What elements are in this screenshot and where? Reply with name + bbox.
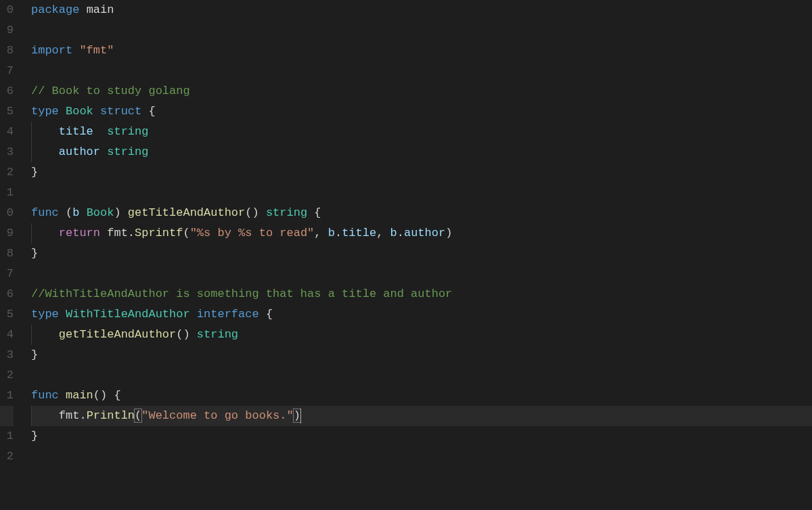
paren-close: ) xyxy=(114,206,120,219)
keyword-type: type xyxy=(31,308,59,321)
code-line[interactable] xyxy=(31,20,812,41)
code-line[interactable]: type WithTitleAndAuthor interface { xyxy=(31,304,812,325)
code-line[interactable] xyxy=(31,446,812,467)
dot: . xyxy=(397,227,404,239)
code-line[interactable] xyxy=(31,183,812,203)
brace-open: { xyxy=(266,308,273,321)
package-ref: fmt xyxy=(107,227,128,239)
field-name: author xyxy=(59,145,100,158)
line-number: 3 xyxy=(0,142,14,162)
return-type: string xyxy=(266,206,307,219)
code-line[interactable]: getTitleAndAuthor() string xyxy=(31,325,812,345)
line-number: 9 xyxy=(0,223,14,244)
var-ref: b xyxy=(390,227,397,239)
line-number: 6 xyxy=(0,81,14,101)
code-line[interactable]: return fmt.Sprintf("%s by %s to read", b… xyxy=(31,223,812,244)
parens: () xyxy=(93,389,107,402)
paren-open: ( xyxy=(66,206,72,219)
text-cursor xyxy=(300,409,301,423)
brace-open: { xyxy=(114,389,120,402)
code-line[interactable]: } xyxy=(31,244,812,264)
brace-close: } xyxy=(31,430,38,442)
line-number: 7 xyxy=(0,61,14,81)
line-number: 7 xyxy=(0,264,14,284)
function-call: Println xyxy=(87,409,135,422)
string-literal: "%s by %s to read" xyxy=(190,227,315,239)
comment: // Book to study golang xyxy=(31,85,190,97)
code-line[interactable] xyxy=(31,61,812,81)
code-line[interactable]: //WithTitleAndAuthor is something that h… xyxy=(31,284,812,304)
parens: () xyxy=(245,206,258,219)
code-line[interactable]: type Book struct { xyxy=(31,101,812,122)
line-number: 1 xyxy=(0,426,14,446)
type-name: WithTitleAndAuthor xyxy=(66,308,190,321)
dot: . xyxy=(79,409,86,422)
code-line[interactable]: func (b Book) getTitleAndAuthor() string… xyxy=(31,203,812,223)
type-name: Book xyxy=(66,105,93,118)
line-number: 1 xyxy=(0,183,14,203)
line-number: 9 xyxy=(0,20,14,41)
field-access: title xyxy=(342,227,376,239)
code-line[interactable]: title string xyxy=(31,122,812,142)
type-string: string xyxy=(107,125,148,138)
code-line[interactable]: author string xyxy=(31,142,812,162)
line-number: 0 xyxy=(0,203,14,223)
field-access: author xyxy=(404,227,445,239)
line-number: 4 xyxy=(0,122,14,142)
indent-guide xyxy=(31,406,32,426)
code-line[interactable]: import "fmt" xyxy=(31,41,812,61)
line-number: 2 xyxy=(0,162,14,183)
line-number: 5 xyxy=(0,304,14,325)
line-number: 8 xyxy=(0,41,14,61)
brace-open: { xyxy=(314,206,321,219)
keyword-return: return xyxy=(59,227,100,239)
brace-open: { xyxy=(148,105,155,118)
code-line[interactable] xyxy=(31,365,812,386)
paren-close: ) xyxy=(445,227,452,239)
indent-guide xyxy=(31,325,32,345)
line-number: 4 xyxy=(0,325,14,345)
field-name: title xyxy=(59,125,93,138)
line-number: 5 xyxy=(0,101,14,122)
return-type: string xyxy=(197,328,238,341)
method-name: getTitleAndAuthor xyxy=(59,328,176,341)
code-line[interactable] xyxy=(31,264,812,284)
function-call: Sprintf xyxy=(135,227,183,239)
brace-close: } xyxy=(31,348,38,361)
code-line[interactable]: // Book to study golang xyxy=(31,81,812,101)
comment: //WithTitleAndAuthor is something that h… xyxy=(31,287,452,300)
keyword-package: package xyxy=(31,3,79,16)
code-line-current[interactable]: fmt.Println("Welcome to go books.") xyxy=(31,406,812,426)
string-literal: "Welcome to go books." xyxy=(141,409,293,422)
line-number: 1 xyxy=(0,386,14,406)
type-string: string xyxy=(107,145,148,158)
line-number: 6 xyxy=(0,284,14,304)
code-editor[interactable]: 0 9 8 7 6 5 4 3 2 1 0 9 8 7 6 5 4 3 2 1 … xyxy=(0,0,812,510)
line-number-gutter: 0 9 8 7 6 5 4 3 2 1 0 9 8 7 6 5 4 3 2 1 … xyxy=(0,0,19,510)
function-name: getTitleAndAuthor xyxy=(128,206,245,219)
code-area[interactable]: package main import "fmt" // Book to stu… xyxy=(19,0,812,510)
indent-guide xyxy=(31,122,32,142)
parens: () xyxy=(176,328,189,341)
code-line[interactable]: func main() { xyxy=(31,386,812,406)
line-number: 8 xyxy=(0,244,14,264)
identifier-main: main xyxy=(87,3,114,16)
code-line[interactable]: } xyxy=(31,345,812,365)
code-line[interactable]: } xyxy=(31,426,812,446)
indent-guide xyxy=(31,223,32,244)
keyword-struct: struct xyxy=(100,105,141,118)
paren-open: ( xyxy=(183,227,189,239)
string-literal: "fmt" xyxy=(79,44,114,57)
comma: , xyxy=(376,227,383,239)
code-line[interactable]: } xyxy=(31,162,812,183)
line-number xyxy=(0,406,14,426)
line-number: 2 xyxy=(0,446,14,467)
keyword-interface: interface xyxy=(197,308,259,321)
dot: . xyxy=(335,227,342,239)
brace-close: } xyxy=(31,247,38,260)
comma: , xyxy=(314,227,321,239)
code-line[interactable]: package main xyxy=(31,0,812,20)
var-ref: b xyxy=(328,227,335,239)
line-number: 0 xyxy=(0,0,14,20)
receiver-var: b xyxy=(72,206,79,219)
